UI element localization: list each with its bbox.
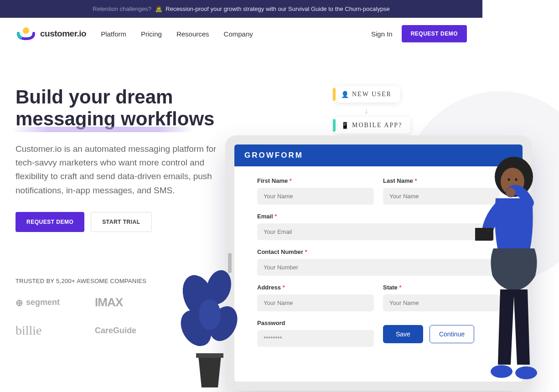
person-illustration — [475, 155, 553, 387]
save-button[interactable]: Save — [383, 325, 423, 343]
email-input[interactable] — [257, 223, 500, 240]
callout-mobile-app: MOBILE APP? — [335, 117, 410, 134]
first-name-label: First Name * — [257, 177, 374, 184]
continue-button[interactable]: Continue — [430, 325, 474, 343]
logo-segment: ⊕segment — [16, 297, 84, 308]
password-input[interactable] — [257, 330, 374, 347]
first-name-input[interactable] — [257, 188, 374, 205]
header-left: customer.io Platform Pricing Resources C… — [16, 27, 253, 41]
signin-link[interactable]: Sign In — [371, 30, 393, 38]
logo-imax: IMAX — [95, 295, 163, 309]
promo-banner[interactable]: Retention challenges? 🧟 Recession-proof … — [0, 0, 482, 18]
email-label: Email * — [257, 213, 500, 220]
contact-label: Contact Number * — [257, 248, 500, 255]
plant-illustration — [173, 264, 246, 392]
hero-title: Build your dream messaging workflows — [16, 86, 239, 130]
callout-new-user: NEW USER — [335, 86, 400, 103]
svg-point-10 — [515, 178, 518, 181]
svg-rect-12 — [475, 228, 493, 241]
svg-point-14 — [491, 365, 512, 378]
address-label: Address * — [257, 284, 374, 291]
svg-point-15 — [515, 366, 537, 379]
title-line1: Build your dream — [16, 86, 173, 108]
hero-description: Customer.io is an automated messaging pl… — [16, 142, 225, 198]
password-label: Password — [257, 320, 374, 326]
site-header: customer.io Platform Pricing Resources C… — [0, 18, 482, 50]
logo-billie: billie — [16, 323, 84, 338]
header-right: Sign In REQUEST DEMO — [371, 25, 467, 42]
nav-platform[interactable]: Platform — [101, 30, 126, 38]
request-demo-button[interactable]: REQUEST DEMO — [402, 25, 467, 42]
address-input[interactable] — [257, 294, 374, 311]
svg-rect-6 — [196, 353, 223, 358]
title-underline — [11, 127, 194, 132]
main-nav: Platform Pricing Resources Company — [101, 30, 253, 38]
brand-name: customer.io — [40, 29, 86, 39]
contact-input[interactable] — [257, 259, 500, 276]
svg-point-13 — [506, 188, 515, 197]
hero-demo-button[interactable]: REQUEST DEMO — [16, 212, 84, 232]
hero-ctas: REQUEST DEMO START TRIAL — [16, 212, 239, 232]
banner-text: Recession-proof your growth strategy wit… — [166, 5, 389, 12]
svg-point-9 — [508, 178, 510, 181]
start-trial-button[interactable]: START TRIAL — [91, 212, 151, 232]
arrow-down-icon: ↓ — [364, 106, 368, 116]
svg-point-5 — [199, 299, 221, 330]
logo-icon — [16, 27, 36, 41]
nav-resources[interactable]: Resources — [176, 30, 209, 38]
svg-point-0 — [23, 27, 29, 34]
nav-company[interactable]: Company — [224, 30, 253, 38]
banner-question: Retention challenges? — [93, 5, 151, 12]
brand-logo[interactable]: customer.io — [16, 27, 86, 41]
nav-pricing[interactable]: Pricing — [141, 30, 162, 38]
zombie-icon: 🧟 — [155, 5, 162, 12]
logo-careguide: CareGuide — [95, 326, 163, 335]
